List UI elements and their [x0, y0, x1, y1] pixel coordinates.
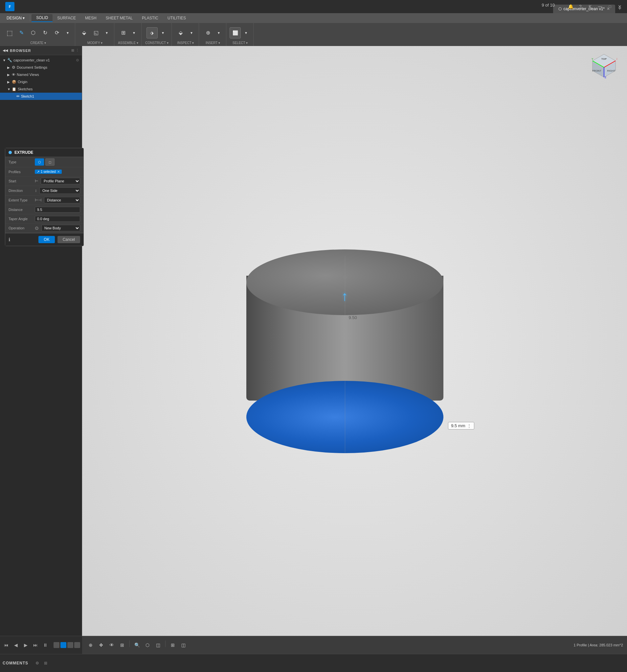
fit-btn[interactable]: ⊞ [118, 641, 127, 650]
select-dropdown-btn[interactable]: ▾ [242, 27, 251, 39]
display-settings-btn[interactable]: ◫ [153, 641, 162, 650]
taper-label: Taper Angle [8, 217, 35, 221]
start-label: Start [8, 179, 35, 183]
timeline-next-btn[interactable]: ⏭ [31, 641, 40, 650]
panel-title: EXTRUDE [15, 150, 33, 155]
tab-plastic[interactable]: PLASTIC [137, 15, 163, 22]
page-counter: 9 of 10 [542, 3, 555, 7]
modify-label: MODIFY ▾ [87, 41, 102, 45]
inspect-label: INSPECT ▾ [177, 41, 194, 45]
comments-expand-btn[interactable]: ⊞ [42, 659, 49, 667]
plane-offset-btn[interactable]: ⬗ [147, 27, 158, 39]
taper-input[interactable] [35, 216, 80, 222]
press-pull-btn[interactable]: ⬙ [78, 27, 90, 39]
root-settings-icon[interactable]: ⚙ [76, 58, 79, 63]
collapse-browser-btn[interactable]: ◀◀ [3, 48, 8, 53]
type-solid-btn[interactable]: ⬡ [35, 159, 44, 166]
app-menu-icon[interactable]: F [5, 2, 15, 11]
new-component-btn[interactable]: ⬚ [4, 27, 15, 39]
construct-group: ⬗ ▾ CONSTRUCT ▾ [142, 23, 172, 46]
cancel-btn[interactable]: Cancel [57, 236, 80, 243]
timeline-step-1[interactable] [53, 642, 59, 648]
timeline-play-btn[interactable]: ▶ [22, 641, 30, 650]
tree-item-root[interactable]: ▼ 🔧 capconverter_clean v1 ⚙ [0, 56, 82, 64]
insert-label: INSERT ▾ [206, 41, 220, 45]
look-at-btn[interactable]: 👁 [107, 641, 116, 650]
timeline-pause-btn[interactable]: ⏸ [41, 641, 50, 650]
center-point [342, 274, 348, 282]
browser-options-btn[interactable]: ⋮ [76, 48, 79, 53]
snap-btn[interactable]: ◫ [179, 641, 188, 650]
help-btn[interactable]: ? [576, 2, 585, 11]
revolve-btn[interactable]: ↻ [40, 27, 51, 39]
timeline-step-3[interactable] [67, 642, 73, 648]
assemble-dropdown-btn[interactable]: ▾ [129, 27, 139, 39]
grid-btn[interactable]: ⊞ [168, 641, 177, 650]
select-btn[interactable]: ⬜ [230, 27, 241, 39]
construct-dropdown-btn[interactable]: ▾ [158, 27, 168, 39]
orbit-btn[interactable]: ⊕ [86, 641, 95, 650]
svg-text:RIGHT: RIGHT [607, 69, 616, 72]
orientation-cube[interactable]: TOP FRONT RIGHT X Y Z [591, 53, 617, 79]
insert-btn[interactable]: ⊕ [202, 27, 214, 39]
extent-type-label: Extent Type [8, 198, 35, 202]
pan-btn[interactable]: ✥ [97, 641, 106, 650]
construct-label: CONSTRUCT ▾ [145, 41, 168, 45]
tree-item-origin[interactable]: ▶ 📦 Origin [0, 78, 82, 86]
tab-surface[interactable]: SURFACE [53, 15, 80, 22]
create-sketch-btn[interactable]: ✎ [16, 27, 27, 39]
tab-mesh[interactable]: MESH [80, 15, 101, 22]
design-dropdown[interactable]: DESIGN ▾ [3, 15, 29, 22]
timeline-step-2[interactable] [60, 642, 66, 648]
direction-select[interactable]: One Side [40, 187, 80, 194]
inspect-dropdown-btn[interactable]: ▾ [187, 27, 196, 39]
start-select[interactable]: Profile Plane [41, 178, 80, 184]
inspect-group: ⬙ ▾ INSPECT ▾ [172, 23, 199, 46]
direction-label: Direction [8, 189, 35, 193]
operation-select[interactable]: New Body [42, 225, 80, 231]
maximize-btn[interactable]: □ [605, 2, 615, 11]
assemble-group: ⊞ ▾ ASSEMBLE ▾ [115, 23, 142, 46]
timeline-step-4[interactable] [74, 642, 80, 648]
svg-text:Z: Z [605, 76, 606, 79]
tab-solid[interactable]: SOLID [31, 14, 53, 22]
timeline-prev-btn[interactable]: ◀ [12, 641, 20, 650]
view-cube-btn[interactable]: ⬡ [143, 641, 152, 650]
type-surface-btn[interactable]: ◻ [45, 159, 54, 166]
tab-utilities[interactable]: UTILITIES [163, 15, 191, 22]
extrude-btn[interactable]: ⬡ [28, 27, 39, 39]
profiles-clear-btn[interactable]: ✕ [57, 170, 60, 173]
distance-input[interactable] [35, 207, 80, 213]
notifications-btn[interactable]: 🔔 [566, 2, 575, 11]
profiles-badge[interactable]: ↗ 1 selected ✕ [35, 170, 62, 174]
browser-expand-btn[interactable]: ⊞ [71, 48, 74, 53]
tree-item-named-views[interactable]: ▶ 👁 Named Views [0, 71, 82, 78]
tree-item-doc-settings[interactable]: ▶ ⚙ Document Settings [0, 64, 82, 71]
create-dropdown-btn[interactable]: ▾ [63, 27, 72, 39]
extent-type-select[interactable]: Distance [44, 197, 80, 203]
tree-item-sketches[interactable]: ▼ 📋 Sketches [0, 86, 82, 93]
center-line [345, 256, 345, 453]
assemble-label: ASSEMBLE ▾ [118, 41, 138, 45]
modify-group: ⬙ ◱ ▾ MODIFY ▾ [76, 23, 114, 46]
comments-settings-btn[interactable]: ⚙ [33, 659, 41, 667]
measure-badge[interactable]: 9.5 mm ⋮ [448, 422, 474, 430]
sweep-btn[interactable]: ⟳ [51, 27, 62, 39]
measure-btn[interactable]: ⬙ [175, 27, 186, 39]
minimize-btn[interactable]: ─ [596, 2, 605, 11]
tab-sheet-metal[interactable]: SHEET METAL [101, 15, 137, 22]
tree-item-sketch1[interactable]: ✏ Sketch1 [0, 93, 82, 100]
file-icon: ⬡ [558, 6, 562, 11]
type-label: Type [8, 160, 35, 164]
insert-dropdown-btn[interactable]: ▾ [214, 27, 223, 39]
joint-btn[interactable]: ⊞ [118, 27, 129, 39]
fillet-btn[interactable]: ◱ [90, 27, 101, 39]
modify-dropdown-btn[interactable]: ▾ [102, 27, 111, 39]
timeline-beginning-btn[interactable]: ⏮ [2, 641, 10, 650]
account-btn[interactable]: K [585, 2, 595, 11]
close-btn[interactable]: ✕ [615, 2, 624, 11]
measure-options-icon[interactable]: ⋮ [467, 423, 471, 428]
zoom-in-btn[interactable]: 🔍 [132, 641, 142, 650]
ok-btn[interactable]: OK [39, 236, 54, 243]
insert-group: ⊕ ▾ INSERT ▾ [200, 23, 226, 46]
